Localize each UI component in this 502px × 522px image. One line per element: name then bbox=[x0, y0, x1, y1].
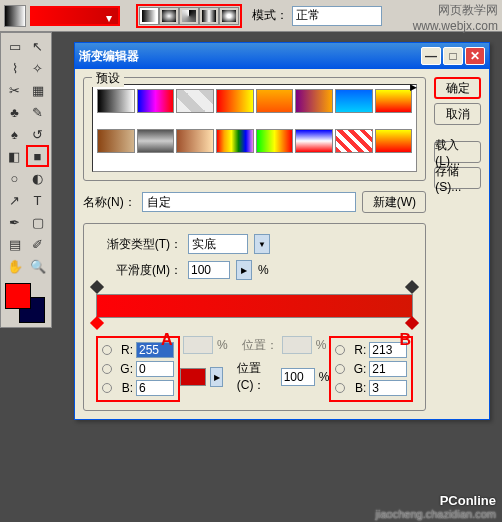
crop-tool[interactable]: ✂ bbox=[3, 79, 26, 101]
type-tool[interactable]: T bbox=[26, 189, 49, 211]
radio-icon[interactable] bbox=[335, 383, 345, 393]
mode-select[interactable]: 正常 bbox=[292, 6, 382, 26]
preset-swatch[interactable] bbox=[335, 129, 373, 153]
gradient-type-buttons bbox=[136, 4, 242, 28]
slice-tool[interactable]: ▦ bbox=[26, 79, 49, 101]
diamond-gradient-button[interactable] bbox=[219, 7, 239, 25]
lasso-tool[interactable]: ⌇ bbox=[3, 57, 26, 79]
preset-swatch[interactable] bbox=[176, 89, 214, 113]
zoom-tool[interactable]: 🔍 bbox=[26, 255, 49, 277]
preset-swatch[interactable] bbox=[295, 89, 333, 113]
mode-value: 正常 bbox=[296, 8, 320, 22]
maximize-button[interactable]: □ bbox=[443, 47, 463, 65]
eraser-tool[interactable]: ◧ bbox=[3, 145, 26, 167]
preset-swatch[interactable] bbox=[375, 129, 413, 153]
preset-swatch[interactable] bbox=[216, 129, 254, 153]
ok-button[interactable]: 确定 bbox=[434, 77, 481, 99]
chevron-right-icon[interactable]: ▶ bbox=[236, 260, 252, 280]
presets-label: 预设 bbox=[92, 70, 124, 87]
notes-tool[interactable]: ▤ bbox=[3, 233, 26, 255]
radio-icon[interactable] bbox=[102, 345, 112, 355]
stamp-tool[interactable]: ♠ bbox=[3, 123, 26, 145]
presets-group: 预设 ▶ bbox=[83, 77, 426, 181]
preset-swatch[interactable] bbox=[97, 89, 135, 113]
move-tool[interactable]: ↖ bbox=[26, 35, 49, 57]
name-input[interactable] bbox=[142, 192, 357, 212]
color-stop-left[interactable] bbox=[92, 318, 102, 330]
blur-tool[interactable]: ○ bbox=[3, 167, 26, 189]
options-bar: ▾ 模式： 正常 网页教学网 www.webjx.com bbox=[0, 0, 502, 32]
dialog-title: 渐变编辑器 bbox=[79, 48, 419, 65]
color-swatches bbox=[3, 281, 51, 325]
radio-icon[interactable] bbox=[102, 364, 112, 374]
color-stop-right[interactable] bbox=[407, 318, 417, 330]
b-b-input[interactable] bbox=[369, 380, 407, 396]
heal-tool[interactable]: ♣ bbox=[3, 101, 26, 123]
shape-tool[interactable]: ▢ bbox=[26, 211, 49, 233]
foreground-color[interactable] bbox=[5, 283, 31, 309]
eyedrop-tool[interactable]: ✐ bbox=[26, 233, 49, 255]
minimize-button[interactable]: ― bbox=[421, 47, 441, 65]
close-button[interactable]: ✕ bbox=[465, 47, 485, 65]
a-g-input[interactable] bbox=[136, 361, 174, 377]
preset-swatch[interactable] bbox=[97, 129, 135, 153]
color-chip[interactable] bbox=[180, 368, 206, 386]
opacity-stop-left[interactable] bbox=[92, 282, 102, 294]
gradient-editor-dialog: 渐变编辑器 ― □ ✕ 预设 ▶ 名称(N)： 新建(W) 渐变类型(T)： 实… bbox=[74, 42, 490, 420]
marquee-tool[interactable]: ▭ bbox=[3, 35, 26, 57]
preset-swatch[interactable] bbox=[375, 89, 413, 113]
new-button[interactable]: 新建(W) bbox=[362, 191, 426, 213]
pos-c-input[interactable] bbox=[281, 368, 315, 386]
load-button[interactable]: 载入(L)... bbox=[434, 141, 481, 163]
radial-gradient-button[interactable] bbox=[159, 7, 179, 25]
pen-tool[interactable]: ✒ bbox=[3, 211, 26, 233]
wand-tool[interactable]: ✧ bbox=[26, 57, 49, 79]
mode-label: 模式： bbox=[252, 7, 288, 24]
opacity-stop-right[interactable] bbox=[407, 282, 417, 294]
radio-icon[interactable] bbox=[335, 364, 345, 374]
gradient-preview-dropdown[interactable]: ▾ bbox=[30, 6, 120, 26]
mid-controls: % 位置： % ▶ 位置(C)： % bbox=[180, 336, 329, 394]
radio-icon[interactable] bbox=[335, 345, 345, 355]
titlebar[interactable]: 渐变编辑器 ― □ ✕ bbox=[75, 43, 489, 69]
angle-gradient-button[interactable] bbox=[179, 7, 199, 25]
gradient-tool[interactable]: ■ bbox=[26, 145, 49, 167]
preset-swatch[interactable] bbox=[137, 89, 175, 113]
reflected-gradient-button[interactable] bbox=[199, 7, 219, 25]
preset-swatch[interactable] bbox=[256, 129, 294, 153]
radio-icon[interactable] bbox=[102, 383, 112, 393]
watermark: 网页教学网 www.webjx.com bbox=[413, 2, 498, 33]
smooth-input[interactable] bbox=[188, 261, 230, 279]
gradient-bar[interactable] bbox=[96, 294, 413, 318]
preset-swatch[interactable] bbox=[335, 89, 373, 113]
preset-swatch[interactable] bbox=[256, 89, 294, 113]
smooth-label: 平滑度(M)： bbox=[92, 262, 182, 279]
toolbox: ▭↖ ⌇✧ ✂▦ ♣✎ ♠↺ ◧■ ○◐ ↗T ✒▢ ▤✐ ✋🔍 bbox=[0, 32, 52, 328]
annotation-a: A bbox=[161, 331, 173, 349]
chevron-right-icon[interactable]: ▶ bbox=[210, 367, 223, 387]
preset-swatch[interactable] bbox=[295, 129, 333, 153]
grad-type-select[interactable]: 实底 bbox=[188, 234, 248, 254]
presets-menu-icon[interactable]: ▶ bbox=[410, 82, 417, 92]
opacity-pct-input bbox=[183, 336, 213, 354]
a-b-input[interactable] bbox=[136, 380, 174, 396]
linear-gradient-button[interactable] bbox=[139, 7, 159, 25]
chevron-down-icon[interactable]: ▼ bbox=[254, 234, 270, 254]
preset-swatch[interactable] bbox=[176, 129, 214, 153]
percent-label: % bbox=[258, 263, 269, 277]
cancel-button[interactable]: 取消 bbox=[434, 103, 481, 125]
brush-tool[interactable]: ✎ bbox=[26, 101, 49, 123]
path-tool[interactable]: ↗ bbox=[3, 189, 26, 211]
dodge-tool[interactable]: ◐ bbox=[26, 167, 49, 189]
gradient-settings-group: 渐变类型(T)： 实底 ▼ 平滑度(M)： ▶ % bbox=[83, 223, 426, 411]
history-brush-tool[interactable]: ↺ bbox=[26, 123, 49, 145]
preset-swatch[interactable] bbox=[216, 89, 254, 113]
pos-c-label: 位置(C)： bbox=[237, 360, 277, 394]
save-button[interactable]: 存储(S)... bbox=[434, 167, 481, 189]
grad-type-label: 渐变类型(T)： bbox=[92, 236, 182, 253]
pos-input bbox=[282, 336, 312, 354]
tool-preset-icon[interactable] bbox=[4, 5, 26, 27]
b-g-input[interactable] bbox=[369, 361, 407, 377]
preset-swatch[interactable] bbox=[137, 129, 175, 153]
hand-tool[interactable]: ✋ bbox=[3, 255, 26, 277]
